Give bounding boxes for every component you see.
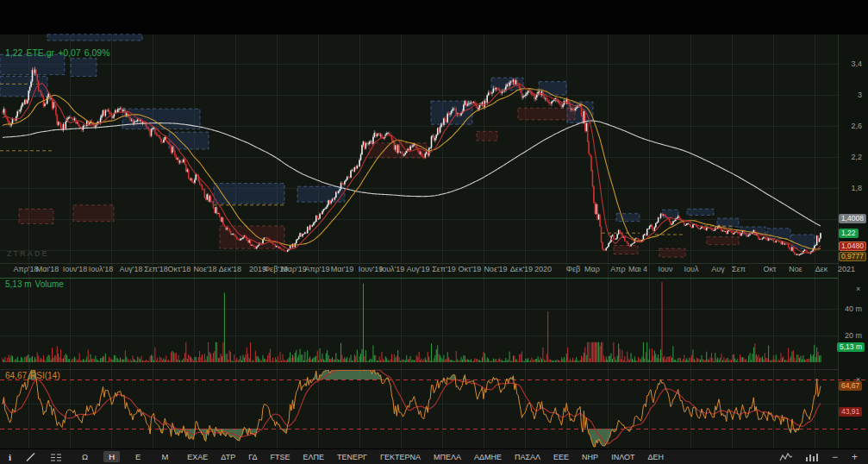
symbol-ΕΧΑΕ[interactable]: ΕΧΑΕ [184,453,211,461]
zoom-out-button[interactable]: − [832,452,838,462]
ticker-change-pct: 6,09% [84,47,110,58]
timeframe-Μ[interactable]: Μ [156,451,173,462]
volume-tick: 40 m [838,304,862,313]
symbol-ΓΔ[interactable]: ΓΔ [245,453,260,461]
symbol-ΔΤΡ[interactable]: ΔΤΡ [217,453,239,461]
trading-app: 1,22ETE.gr+0,076,09% ZTRADE 5,13 mVolume… [0,0,868,464]
price-tick: 1,8 [838,184,862,192]
price-badge-last: 1,22 [839,229,859,238]
timeframe-Ω[interactable]: Ω [77,451,93,462]
price-badge-level-lower: 0,9777 [839,252,866,261]
rsi-value: 64,67 [5,371,27,380]
ticker-last: 1,22 [5,47,22,58]
volume-badge: 5,13 m [837,342,865,352]
watermark: ZTRADE [7,249,49,258]
zoom-in-button[interactable]: + [852,452,858,462]
volume-tick: 20 m [838,331,862,340]
indicators-icon[interactable] [50,452,63,462]
timeframe-Η[interactable]: Η [103,451,120,462]
symbol-ΕΕΕ[interactable]: ΕΕΕ [550,453,572,461]
symbol-ΜΠΕΛΑ[interactable]: ΜΠΕΛΑ [430,453,465,461]
bar-chart-icon[interactable] [805,452,818,462]
price-badge-ma200: 1,4008 [839,214,866,223]
ticker-symbol: ETE.gr [26,47,54,58]
price-badge-level-upper: 1,0480 [839,241,866,251]
rsi-name: RSI(14) [30,371,59,380]
symbol-FTSE[interactable]: FTSE [266,453,293,461]
rsi-badge-1: 43,91 [839,407,862,417]
rsi-badge-0: 64,67 [839,381,862,391]
timeframe-group: ΩΗΕΜ [77,452,184,461]
volume-name: Volume [35,279,64,289]
timeframe-Ε[interactable]: Ε [130,451,146,462]
volume-label: 5,13 mVolume [5,279,67,289]
symbol-ΤΕΝΕΡΓ[interactable]: ΤΕΝΕΡΓ [334,453,371,461]
date-tick: 2021 [827,265,865,273]
price-tick: 2,6 [838,122,862,130]
volume-close-icon[interactable]: × [856,285,860,293]
symbol-list: ΕΧΑΕΔΤΡΓΔFTSEΕΛΠΕΤΕΝΕΡΓΓΕΚΤΕΡΝΑΜΠΕΛΑΑΔΜΗ… [184,452,673,461]
info-icon[interactable]: i [9,452,11,462]
ticker-change: +0,07 [58,47,81,58]
ticker: 1,22ETE.gr+0,076,09% [5,47,113,58]
toolbar: i ΩΗΕΜ ΕΧΑΕΔΤΡΓΔFTSEΕΛΠΕΤΕΝΕΡΓΓΕΚΤΕΡΝΑΜΠ… [0,448,868,464]
toolbar-right: −+ [767,452,868,462]
rsi-label: 64,67RSI(14) [5,371,63,380]
volume-value: 5,13 m [5,279,32,289]
symbol-ΠΑΣΑΛ[interactable]: ΠΑΣΑΛ [511,453,544,461]
price-tick: 2,2 [838,153,862,161]
symbol-ΑΔΜΗΕ[interactable]: ΑΔΜΗΕ [471,453,505,461]
line-chart-icon[interactable] [779,452,793,462]
symbol-ΙΝΛΟΤ[interactable]: ΙΝΛΟΤ [608,453,638,461]
price-tick: 3,4 [838,60,862,68]
symbol-ΓΕΚΤΕΡΝΑ[interactable]: ΓΕΚΤΕΡΝΑ [377,453,424,461]
draw-icon[interactable] [25,452,36,462]
symbol-ΕΛΠΕ[interactable]: ΕΛΠΕ [300,453,328,461]
price-tick: 3 [838,91,862,99]
symbol-ΔΕΗ[interactable]: ΔΕΗ [644,453,667,461]
symbol-ΝΗΡ[interactable]: ΝΗΡ [578,453,602,461]
chart-canvas[interactable] [0,0,868,448]
